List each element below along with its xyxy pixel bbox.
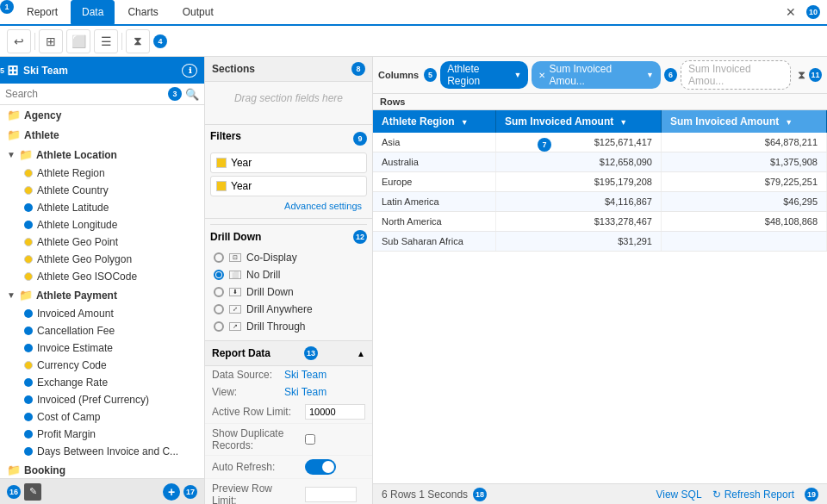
stats-label: 6 Rows 1 Seconds <box>382 488 468 501</box>
cell-sum2-3: $79,225,251 <box>661 172 826 192</box>
cell-sum2-1: $64,878,211 <box>661 133 826 152</box>
drill-through-icon: ↗ <box>229 322 241 331</box>
field-athlete-region[interactable]: Athlete Region <box>0 165 204 182</box>
active-row-limit-label: Active Row Limit: <box>212 406 298 418</box>
group-agency-header[interactable]: 📁 Agency <box>0 105 204 125</box>
edit-btn[interactable]: ✎ <box>24 483 41 501</box>
cell-sum1-5: $133,278,467 <box>496 212 662 232</box>
field-cancellation-fee[interactable]: Cancellation Fee <box>0 322 204 339</box>
main-layout: 15 ⊞ Ski Team ℹ 3 🔍 📁 Agency 📁 <box>0 57 827 504</box>
field-athlete-geo-polygon[interactable]: Athlete Geo Polygon <box>0 251 204 268</box>
show-dup-row: Show Duplicate Records: <box>205 424 372 456</box>
drill-down-icon: ⬇ <box>229 288 241 296</box>
data-source-row: Data Source: Ski Team <box>205 366 372 383</box>
radio-drill-down[interactable] <box>214 287 224 297</box>
drill-option-drill-down[interactable]: ⬇ Drill Down <box>210 283 367 301</box>
field-invoiced-amount-label: Invoiced Amount <box>37 308 114 320</box>
drill-option-co-display[interactable]: ⊡ Co-Display <box>210 249 367 266</box>
badge-10: 10 <box>806 5 820 19</box>
field-invoiced-pref[interactable]: Invoiced (Pref Currency) <box>0 391 204 408</box>
drill-option-drill-through[interactable]: ↗ Drill Through <box>210 318 367 335</box>
refresh-btn[interactable]: ↻ Refresh Report <box>712 488 794 501</box>
list-btn[interactable]: ☰ <box>94 29 118 53</box>
auto-refresh-toggle[interactable] <box>305 459 336 475</box>
nav-tabs: Report Data Charts Output <box>16 0 225 24</box>
group-athlete: 📁 Athlete <box>0 125 204 145</box>
badge-17: 17 <box>183 485 197 499</box>
group-athlete-header[interactable]: 📁 Athlete <box>0 125 204 145</box>
report-data-toggle[interactable]: Report Data 13 ▲ <box>205 341 372 366</box>
advanced-settings-link[interactable]: Advanced settings <box>210 199 367 213</box>
split-btn[interactable]: ⬜ <box>66 29 90 53</box>
view-sql-btn[interactable]: View SQL <box>656 488 701 501</box>
show-dup-checkbox[interactable] <box>305 434 315 445</box>
field-currency-code[interactable]: Currency Code <box>0 357 204 374</box>
cell-region-1: Asia <box>373 133 496 152</box>
cell-sum1-3: $195,179,208 <box>496 172 662 192</box>
refresh-label: Refresh Report <box>724 488 794 501</box>
grid-btn[interactable]: ⊞ <box>39 29 63 53</box>
group-athlete-location-header[interactable]: ▼ 📁 Athlete Location <box>0 145 204 165</box>
field-exchange-rate[interactable]: Exchange Rate <box>0 374 204 391</box>
drill-option-no-drill[interactable]: ⬜ No Drill <box>210 266 367 283</box>
close-icon[interactable]: ✕ <box>780 2 801 22</box>
filter-btn[interactable]: ⧗ <box>126 29 150 53</box>
nav-right: ✕ 10 <box>780 2 820 22</box>
preview-row-limit-input[interactable] <box>305 487 357 502</box>
drill-co-display-label: Co-Display <box>246 252 297 264</box>
col-header-sum-invoiced-2[interactable]: Sum Invoiced Amount ▼ <box>661 110 826 133</box>
field-cost-of-camp[interactable]: Cost of Camp <box>0 408 204 426</box>
field-invoice-estimate[interactable]: Invoice Estimate <box>0 339 204 357</box>
column-filter-icon[interactable]: ⧗ <box>798 68 805 82</box>
filter-label-1: Year <box>231 157 252 169</box>
column-chip-sum-invoiced[interactable]: ✕ Sum Invoiced Amou... ▼ <box>532 61 660 89</box>
tab-report[interactable]: Report <box>16 0 69 24</box>
undo-btn[interactable]: ↩ <box>7 29 31 53</box>
group-booking-header[interactable]: 📁 Booking <box>0 460 204 478</box>
tab-output[interactable]: Output <box>171 0 225 24</box>
search-input[interactable] <box>5 88 165 100</box>
column-chip-label-2: Sum Invoiced Amou... <box>549 63 643 87</box>
add-field-btn[interactable]: + <box>163 483 180 501</box>
column-chip-athlete-region[interactable]: Athlete Region ▼ <box>440 61 528 89</box>
radio-drill-anywhere[interactable] <box>214 304 224 314</box>
field-athlete-latitude[interactable]: Athlete Latitude <box>0 199 204 216</box>
field-athlete-geo-point[interactable]: Athlete Geo Point <box>0 233 204 251</box>
col-header-athlete-region[interactable]: Athlete Region ▼ <box>373 110 496 133</box>
tab-data[interactable]: Data <box>71 0 115 24</box>
badge-12: 12 <box>353 230 367 244</box>
left-panel-header: 15 ⊞ Ski Team ℹ <box>0 57 204 84</box>
dot-athlete-latitude <box>24 203 33 212</box>
no-drill-icon: ⬜ <box>229 271 241 279</box>
field-athlete-geo-isocode[interactable]: Athlete Geo ISOCode <box>0 268 204 285</box>
co-display-icon: ⊡ <box>229 253 241 262</box>
group-athlete-payment-header[interactable]: ▼ 📁 Athlete Payment <box>0 285 204 305</box>
info-icon[interactable]: ℹ <box>182 64 197 78</box>
search-icon[interactable]: 🔍 <box>185 88 199 101</box>
field-days-between[interactable]: Days Between Invoice and C... <box>0 443 204 460</box>
radio-no-drill[interactable] <box>214 270 224 280</box>
drill-option-drill-anywhere[interactable]: ⤢ Drill Anywhere <box>210 301 367 318</box>
field-athlete-country[interactable]: Athlete Country <box>0 182 204 199</box>
filter-item-1[interactable]: Year <box>210 152 367 173</box>
field-athlete-geo-point-label: Athlete Geo Point <box>37 236 118 248</box>
dot-currency-code <box>24 361 33 370</box>
sections-header: Sections 8 <box>205 57 372 82</box>
field-athlete-longitude[interactable]: Athlete Longitude <box>0 216 204 233</box>
field-profit-margin[interactable]: Profit Margin <box>0 426 204 443</box>
field-invoiced-amount[interactable]: Invoiced Amount <box>0 305 204 322</box>
field-exchange-rate-label: Exchange Rate <box>37 376 108 389</box>
column-chip-x-icon[interactable]: ✕ <box>538 71 545 80</box>
tab-charts[interactable]: Charts <box>116 0 169 24</box>
data-table: Athlete Region ▼ Sum Invoiced Amount ▼ S… <box>373 110 827 483</box>
radio-co-display[interactable] <box>214 252 224 263</box>
badge-4: 4 <box>153 34 167 48</box>
group-athlete-location: ▼ 📁 Athlete Location Athlete Region Athl… <box>0 145 204 285</box>
drill-title: Drill Down <box>210 231 261 243</box>
active-row-limit-input[interactable] <box>305 404 365 420</box>
radio-drill-through[interactable] <box>214 321 224 332</box>
preview-row-limit-label: Preview Row Limit: <box>212 482 298 504</box>
col-header-sum-invoiced-1[interactable]: Sum Invoiced Amount ▼ <box>496 110 662 133</box>
sort-icon-1: ▼ <box>461 118 469 127</box>
filter-item-2[interactable]: Year <box>210 176 367 196</box>
